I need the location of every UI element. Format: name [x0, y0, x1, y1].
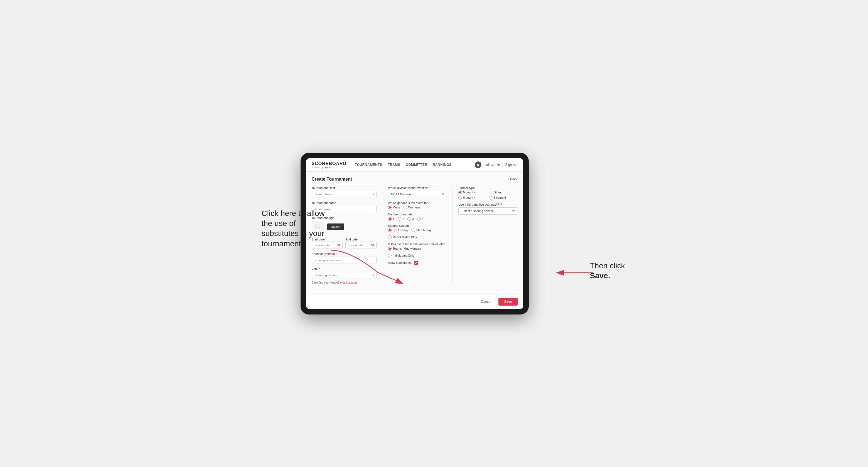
rounds-group: Number of rounds 1 2	[388, 213, 447, 221]
nav-user-area: B blair admin | Sign out	[475, 161, 518, 168]
gender-mens[interactable]: Mens	[388, 206, 400, 209]
format-5count4[interactable]: 5 count 4	[458, 191, 487, 194]
nav-committee[interactable]: COMMITTEE	[406, 162, 427, 168]
nav-teams[interactable]: TEAMS	[388, 162, 400, 168]
format-5count4-radio[interactable]	[458, 191, 462, 194]
format-6count4[interactable]: 6 count 4	[458, 196, 487, 199]
start-date-calendar-icon: 📅	[337, 244, 340, 247]
scoring-label: Scoring system	[388, 224, 447, 227]
venue-dropdown-icon: ▾	[373, 274, 374, 277]
round-2-radio[interactable]	[398, 217, 401, 221]
scoring-match-radio[interactable]	[412, 228, 415, 232]
scoring-radio-group: Stroke Play Match Play Medal Match Play	[388, 228, 447, 239]
gender-group: Which gender is the event for? Mens Wome…	[388, 201, 447, 209]
gender-mens-radio[interactable]	[388, 206, 392, 209]
format-6count4-radio[interactable]	[458, 196, 462, 199]
logo-clippd-text: clippd	[324, 166, 331, 169]
format-6count5[interactable]: 6 count 5	[489, 196, 517, 199]
round-3[interactable]: 3	[407, 217, 414, 221]
scoring-api-label: Use third-party live scoring API?	[458, 203, 517, 206]
back-button[interactable]: ‹ Back	[508, 177, 518, 181]
round-3-radio[interactable]	[407, 217, 411, 221]
nav-tournaments[interactable]: TOURNAMENTS	[355, 162, 382, 168]
separator: |	[502, 163, 503, 167]
scoring-medal-match[interactable]: Medal Match Play	[388, 236, 417, 239]
gender-womens[interactable]: Womens	[404, 206, 420, 209]
sign-out-link[interactable]: Sign out	[505, 163, 517, 167]
round-1[interactable]: 1	[388, 217, 394, 221]
format-other-radio[interactable]	[489, 191, 492, 194]
tournament-host-group: Tournament Host ▾	[312, 186, 376, 198]
rounds-radio-group: 1 2 3	[388, 217, 447, 221]
tournament-host-input[interactable]	[312, 191, 376, 198]
form-footer: Cancel Save	[306, 294, 523, 309]
tournament-name-label: Tournament name	[312, 201, 376, 205]
format-other[interactable]: Other	[489, 191, 517, 194]
nav-links: TOURNAMENTS TEAMS COMMITTEE RANKINGS	[355, 162, 475, 168]
scoring-service-select[interactable]: Select a scoring service	[458, 207, 517, 215]
end-date-group: End date 📅	[345, 237, 376, 249]
scoring-stroke[interactable]: Stroke Play	[388, 228, 408, 232]
format-options-grid: 5 count 4 Other 6 count 4	[458, 191, 517, 199]
arrow-left-svg	[328, 245, 417, 289]
user-name: blair admin	[484, 163, 500, 167]
division-group: Which division is the event for? NCAA Di…	[388, 186, 447, 198]
end-date-calendar-icon: 📅	[371, 244, 374, 247]
format-group: Format type 5 count 4 Other	[458, 186, 517, 199]
logo-scoreboard-text: SCOREBOARD	[312, 161, 347, 166]
gender-womens-radio[interactable]	[404, 206, 407, 209]
navigation: SCOREBOARD Powered by clippd TOURNAMENTS…	[306, 158, 523, 172]
venue-input[interactable]	[312, 272, 376, 279]
search-team-dropdown-icon: ▾	[373, 193, 374, 196]
page-header: Create Tournament ‹ Back	[312, 177, 518, 182]
tablet-device: SCOREBOARD Powered by clippd TOURNAMENTS…	[301, 153, 529, 314]
round-4-radio[interactable]	[417, 217, 421, 221]
division-select[interactable]: NCAA Division I	[388, 191, 447, 198]
scoring-medal-match-radio[interactable]	[388, 236, 392, 239]
logo-powered-text: Powered by clippd	[312, 166, 347, 169]
round-2[interactable]: 2	[398, 217, 404, 221]
scoring-api-group: Use third-party live scoring API? Select…	[458, 203, 517, 215]
round-1-radio[interactable]	[388, 217, 392, 221]
cancel-button[interactable]: Cancel	[476, 298, 496, 306]
logo: SCOREBOARD Powered by clippd	[312, 161, 347, 169]
scoring-group: Scoring system Stroke Play Match Play	[388, 224, 447, 239]
form-col-3: Format type 5 count 4 Other	[453, 186, 517, 284]
format-6count5-radio[interactable]	[489, 196, 492, 199]
avatar: B	[475, 161, 482, 168]
round-4[interactable]: 4	[417, 217, 424, 221]
arrow-right-svg	[548, 264, 598, 281]
scoring-match[interactable]: Match Play	[412, 228, 431, 232]
back-chevron-icon: ‹	[508, 177, 509, 181]
division-label: Which division is the event for?	[388, 186, 447, 189]
annotation-right: Then click Save.	[590, 261, 646, 281]
format-label: Format type	[458, 186, 517, 189]
scoring-stroke-radio[interactable]	[388, 228, 392, 232]
end-date-label: End date	[345, 238, 358, 241]
gender-label: Which gender is the event for?	[388, 201, 447, 205]
tournament-host-label: Tournament Host	[312, 186, 376, 189]
page-title: Create Tournament	[312, 177, 352, 182]
gender-radio-group: Mens Womens	[388, 206, 447, 209]
nav-rankings[interactable]: RANKINGS	[433, 162, 452, 168]
save-button[interactable]: Save	[498, 298, 517, 306]
rounds-label: Number of rounds	[388, 213, 447, 216]
